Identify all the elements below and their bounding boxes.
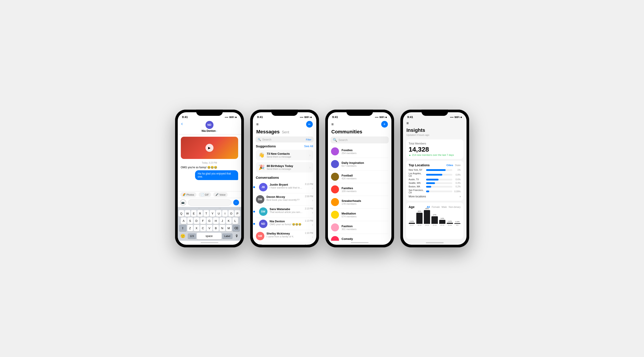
location-percent: 1% — [454, 169, 461, 171]
age-tab-nonbinary[interactable]: Non-binary — [449, 206, 461, 208]
conversation-item[interactable]: JBJustin BryantI have wanted to add that… — [256, 181, 313, 193]
key-h[interactable]: H — [213, 217, 219, 224]
community-item[interactable]: Sneakerheads178 members — [331, 196, 388, 208]
community-name: Fashion — [342, 224, 356, 228]
key-n[interactable]: N — [220, 225, 225, 231]
notch-4 — [422, 110, 448, 116]
unread-dot — [253, 186, 255, 188]
community-item[interactable]: Comedy645 members — [331, 234, 388, 241]
cities-tab[interactable]: Cities — [446, 164, 453, 167]
hamburger-icon[interactable]: ≡ — [256, 122, 259, 127]
key-x[interactable]: X — [194, 225, 200, 231]
quicktype-3[interactable] — [220, 208, 240, 209]
text-input[interactable] — [188, 199, 232, 206]
chevron-right-icon-2: › — [310, 166, 310, 169]
key-m[interactable]: M — [226, 225, 232, 231]
key-q[interactable]: Q — [178, 210, 184, 217]
home-bar — [200, 242, 218, 243]
community-item[interactable]: Fashion301 members — [331, 221, 388, 234]
conv-right: 2:13 PM› — [305, 207, 313, 214]
key-c[interactable]: C — [200, 225, 206, 231]
filter-button[interactable]: Filter — [306, 138, 311, 141]
suggestion-contacts[interactable]: 👋 73 New Contacts Send them a message › — [256, 150, 313, 160]
messages-search-bar[interactable]: 🔍 Search Filter — [256, 137, 314, 143]
key-l[interactable]: L — [232, 217, 238, 224]
key-g[interactable]: G — [206, 217, 212, 224]
key-shift[interactable]: ⇧ — [179, 225, 186, 231]
key-t[interactable]: T — [204, 210, 209, 217]
key-w[interactable]: W — [185, 210, 190, 217]
locations-header: Top Locations Cities State — [409, 163, 461, 167]
key-123[interactable]: 123 — [188, 233, 196, 239]
location-percent: 0.8% — [454, 174, 461, 176]
total-members-label: Total Members — [409, 142, 461, 145]
community-item[interactable]: Football426 members — [331, 171, 388, 183]
camera-button[interactable]: 📷 — [180, 199, 186, 206]
send-button[interactable]: ↑ — [233, 200, 239, 205]
search-icon-3: 🔍 — [333, 138, 337, 142]
age-label: 18-24 — [418, 224, 422, 226]
key-u[interactable]: U — [216, 210, 222, 217]
key-space[interactable]: space — [197, 233, 222, 239]
community-item[interactable]: Families109 members — [331, 183, 388, 196]
gif-button[interactable]: 📄 GIF — [198, 192, 211, 197]
conversation-item[interactable]: SWSara WatanabeThat workout article you … — [256, 206, 313, 218]
communities-title: Communities — [328, 129, 392, 137]
unread-dot — [253, 211, 255, 212]
conversation-item[interactable]: NDNia DentonOMG your so funny! 😂😂😂1:13 P… — [256, 218, 313, 230]
age-bar — [447, 223, 453, 224]
age-tab-female[interactable]: Female — [432, 206, 440, 208]
key-e[interactable]: E — [191, 210, 196, 217]
see-all-button[interactable]: See All — [304, 145, 313, 148]
key-delete[interactable]: ⌫ — [232, 225, 240, 231]
conversation-item[interactable]: SMShelby MckinneyI came from a family of… — [256, 230, 313, 242]
key-label[interactable]: Label — [222, 233, 232, 239]
community-info: Meditation574 members — [342, 212, 356, 218]
conversations-header: Conversations — [256, 176, 313, 179]
key-o[interactable]: O — [228, 210, 234, 217]
community-item[interactable]: Foodies254 members — [331, 145, 388, 158]
key-f[interactable]: F — [200, 217, 206, 224]
suggestion-text-1: 73 New Contacts Send them a message — [267, 152, 291, 158]
quicktype-1[interactable] — [179, 208, 199, 209]
suggestion-birthdays[interactable]: 🎉 88 Birthdays Today Send them a message… — [256, 162, 313, 173]
sent-tab[interactable]: Sent — [282, 130, 289, 134]
key-a[interactable]: A — [181, 217, 186, 224]
community-info: Football426 members — [342, 174, 356, 180]
conversation-item[interactable]: JGJordan Green1:10 PM› — [256, 242, 313, 245]
compose-button[interactable]: ✏ — [306, 121, 313, 128]
age-pct: 39% — [418, 210, 421, 212]
key-y[interactable]: Y — [210, 210, 215, 217]
community-item[interactable]: Meditation574 members — [331, 208, 388, 221]
video-thumbnail[interactable]: ▶ — [181, 137, 238, 159]
key-b[interactable]: B — [213, 225, 219, 231]
communities-search-bar[interactable]: 🔍 Search — [330, 137, 389, 143]
key-i[interactable]: I — [222, 210, 228, 217]
key-emoji[interactable]: 🙂 — [178, 233, 187, 239]
key-v[interactable]: V — [206, 225, 212, 231]
conv-preview: I came from a family of 4. — [266, 235, 303, 238]
key-j[interactable]: J — [220, 217, 225, 224]
add-community-button[interactable]: + — [381, 121, 388, 128]
key-p[interactable]: P — [234, 210, 240, 217]
communities-hamburger-icon[interactable]: ≡ — [332, 122, 334, 127]
voice-button[interactable]: 🎤 Voice — [213, 192, 228, 197]
key-mic[interactable]: 🎙 — [233, 233, 240, 239]
play-button[interactable]: ▶ — [206, 144, 214, 152]
state-tab[interactable]: State — [455, 164, 461, 167]
locations-tabs: Cities State — [446, 164, 461, 167]
community-item[interactable]: Daily Inspiration617 members — [331, 158, 388, 171]
key-k[interactable]: K — [226, 217, 232, 224]
photos-button[interactable]: 🌈 Photos — [180, 192, 196, 197]
insights-hamburger-icon[interactable]: ≡ — [406, 121, 409, 126]
community-members: 574 members — [342, 215, 356, 218]
conversation-item[interactable]: DMDevon MccoyBest book you read recently… — [256, 193, 313, 206]
key-z[interactable]: Z — [187, 225, 193, 231]
quicktype-2[interactable] — [200, 208, 219, 209]
more-locations-button[interactable]: More locations › — [409, 195, 461, 198]
age-tab-male[interactable]: Male — [442, 206, 447, 208]
key-s[interactable]: S — [187, 217, 193, 224]
key-d[interactable]: D — [194, 217, 200, 224]
key-r[interactable]: R — [197, 210, 203, 217]
back-button[interactable]: ‹ — [181, 121, 183, 127]
